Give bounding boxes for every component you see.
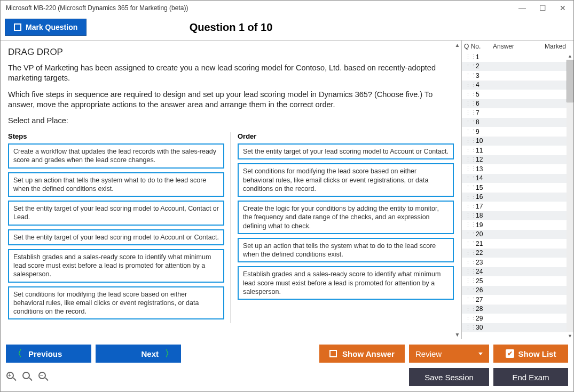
question-list-row[interactable]: ⋮⋮ 26 [462,286,573,295]
maximize-icon[interactable]: ☐ [537,4,548,12]
end-exam-button[interactable]: End Exam [493,368,568,386]
row-number: 17 [476,203,483,210]
question-list-row[interactable]: ⋮⋮ 13 [462,164,573,174]
next-button[interactable]: Next 〉 [96,345,181,363]
list-scroll-up-icon[interactable]: ▲ [567,52,573,59]
drag-handle-icon: ⋮⋮ [465,184,476,191]
list-scroll-track[interactable] [567,60,573,332]
window-controls: — ☐ ✕ [517,4,568,12]
titlebar: Microsoft MB-220 (Microsoft Dynamics 365… [1,1,573,14]
row-number: 29 [476,315,483,322]
question-list-row[interactable]: ⋮⋮ 22 [462,249,573,258]
drag-handle-icon: ⋮⋮ [465,100,476,107]
question-list-row[interactable]: ⋮⋮ 30 [462,323,573,333]
question-list-row[interactable]: ⋮⋮ 25 [462,276,573,286]
drag-handle-icon: ⋮⋮ [465,119,476,126]
question-list-row[interactable]: ⋮⋮ 18 [462,211,573,221]
question-list-header: Q No. Answer Marked [462,41,573,52]
scroll-down-icon[interactable]: ▼ [454,331,461,338]
question-list-row[interactable]: ⋮⋮ 17 [462,202,573,211]
drag-drop-area: Steps Create a workflow that updates the… [8,132,454,323]
drag-handle-icon: ⋮⋮ [465,165,476,172]
row-number: 15 [476,184,483,191]
question-list[interactable]: ▲ ▼ ⋮⋮ 1⋮⋮ 2⋮⋮ 3⋮⋮ 4⋮⋮ 5⋮⋮ 6⋮⋮ 7⋮⋮ 8⋮⋮ 9… [462,52,573,339]
footer-row-1: 〈 Previous Next 〉 Show Answer Review ✔ S… [1,339,573,368]
question-list-row[interactable]: ⋮⋮ 1 [462,52,573,62]
review-button[interactable]: Review [409,345,489,363]
question-list-row[interactable]: ⋮⋮ 2 [462,62,573,71]
list-scrollbar[interactable]: ▲ ▼ [567,52,573,339]
question-list-row[interactable]: ⋮⋮ 24 [462,267,573,277]
col-qno: Q No. [464,43,493,50]
question-list-row[interactable]: ⋮⋮ 6 [462,99,573,109]
row-number: 28 [476,305,483,313]
footer-row-2: + − Save Session End Exam [1,368,573,391]
zoom-out-icon[interactable]: − [38,371,50,383]
order-card[interactable]: Set up an action that tells the system w… [238,238,454,263]
question-list-row[interactable]: ⋮⋮ 15 [462,183,573,193]
row-number: 7 [476,109,479,117]
row-number: 19 [476,221,483,229]
window-title: Microsoft MB-220 (Microsoft Dynamics 365… [6,4,188,12]
question-list-row[interactable]: ⋮⋮ 29 [462,314,573,323]
question-list-row[interactable]: ⋮⋮ 28 [462,305,573,314]
question-scroll[interactable]: ▲ ▼ DRAG DROP The VP of Marketing has be… [1,41,461,339]
drag-handle-icon: ⋮⋮ [465,91,476,98]
previous-button[interactable]: 〈 Previous [6,345,91,363]
step-card[interactable]: Establish grades and a sales-ready score… [8,249,224,283]
question-list-row[interactable]: ⋮⋮ 4 [462,81,573,90]
order-column: Order Set the entity target of your lead… [231,132,454,323]
col-marked: Marked [545,43,572,50]
question-list-row[interactable]: ⋮⋮ 10 [462,137,573,146]
select-and-place-label: Select and Place: [8,116,454,126]
question-list-row[interactable]: ⋮⋮ 3 [462,71,573,81]
mark-question-button[interactable]: Mark Question [5,19,87,36]
step-card[interactable]: Set up an action that tells the system w… [8,172,224,197]
drag-handle-icon: ⋮⋮ [465,194,476,201]
step-card[interactable]: Set conditions for modifying the lead sc… [8,286,224,320]
question-list-row[interactable]: ⋮⋮ 23 [462,258,573,267]
question-list-row[interactable]: ⋮⋮ 16 [462,193,573,202]
order-card[interactable]: Set the entity target of your lead scori… [238,143,454,159]
order-card[interactable]: Create the logic for your conditions by … [238,201,454,234]
question-list-row[interactable]: ⋮⋮ 14 [462,174,573,183]
question-list-row[interactable]: ⋮⋮ 27 [462,295,573,305]
step-card[interactable]: Set the entity target of your lead scori… [8,201,224,226]
close-icon[interactable]: ✕ [557,4,568,12]
question-list-row[interactable]: ⋮⋮ 20 [462,230,573,239]
order-card[interactable]: Establish grades and a sales-ready score… [238,266,454,300]
order-header: Order [238,132,454,140]
question-list-row[interactable]: ⋮⋮ 7 [462,108,573,118]
row-number: 12 [476,156,483,163]
drag-handle-icon: ⋮⋮ [465,147,476,154]
drag-handle-icon: ⋮⋮ [465,175,476,182]
step-card[interactable]: Create a workflow that updates the lead … [8,143,224,169]
save-session-button[interactable]: Save Session [409,368,489,386]
drag-handle-icon: ⋮⋮ [465,82,476,89]
question-list-panel: Q No. Answer Marked ▲ ▼ ⋮⋮ 1⋮⋮ 2⋮⋮ 3⋮⋮ 4… [461,41,573,339]
show-answer-button[interactable]: Show Answer [319,345,405,363]
zoom-reset-icon[interactable] [22,371,34,383]
scroll-up-icon[interactable]: ▲ [454,42,461,49]
question-list-row[interactable]: ⋮⋮ 11 [462,146,573,155]
drag-handle-icon: ⋮⋮ [465,287,476,294]
list-scroll-down-icon[interactable]: ▼ [567,332,573,339]
question-list-row[interactable]: ⋮⋮ 5 [462,90,573,99]
drag-handle-icon: ⋮⋮ [465,315,476,322]
question-list-row[interactable]: ⋮⋮ 8 [462,118,573,127]
question-list-row[interactable]: ⋮⋮ 21 [462,239,573,249]
question-list-row[interactable]: ⋮⋮ 19 [462,220,573,230]
drag-handle-icon: ⋮⋮ [465,231,476,238]
row-number: 27 [476,296,483,303]
minimize-icon[interactable]: — [517,4,528,12]
row-number: 25 [476,277,483,285]
step-card[interactable]: Set the entity target of your lead scori… [8,229,224,245]
list-scroll-thumb[interactable] [567,60,573,102]
question-list-row[interactable]: ⋮⋮ 12 [462,155,573,165]
show-list-button[interactable]: ✔ Show List [493,345,568,363]
question-list-row[interactable]: ⋮⋮ 9 [462,127,573,137]
order-card[interactable]: Set conditions for modifying the lead sc… [238,163,454,197]
drag-handle-icon: ⋮⋮ [465,63,476,70]
previous-label: Previous [28,349,62,358]
zoom-in-icon[interactable]: + [6,371,18,383]
